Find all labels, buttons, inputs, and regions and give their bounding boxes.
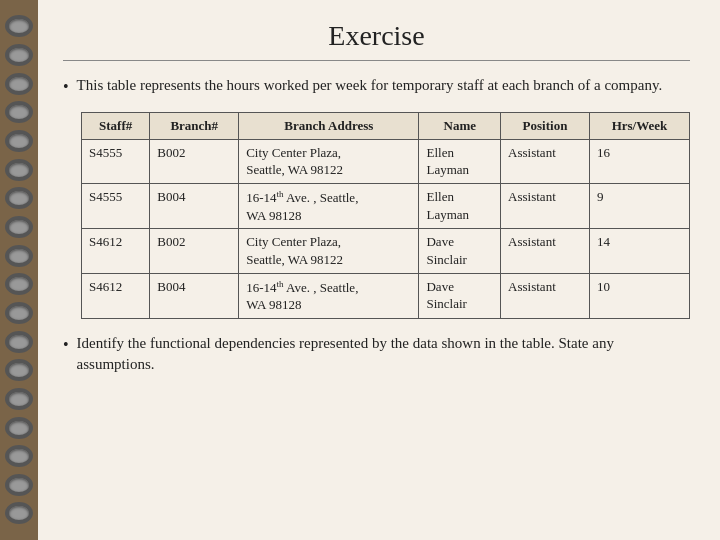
spiral-ring — [5, 388, 33, 410]
bullet-dot-1: • — [63, 76, 69, 98]
spiral-ring — [5, 474, 33, 496]
hours-table: Staff# Branch# Branch Address Name Posit… — [81, 112, 690, 319]
cell-address: 16-14th Ave. , Seattle,WA 98128 — [239, 273, 419, 318]
title-divider — [63, 60, 690, 61]
cell-staff: S4555 — [82, 184, 150, 229]
cell-branch: B004 — [150, 273, 239, 318]
col-header-hrs: Hrs/Week — [589, 113, 689, 140]
table-row: S4612 B004 16-14th Ave. , Seattle,WA 981… — [82, 273, 690, 318]
cell-name: EllenLayman — [419, 184, 501, 229]
spiral-ring — [5, 216, 33, 238]
col-header-name: Name — [419, 113, 501, 140]
cell-address: City Center Plaza,Seattle, WA 98122 — [239, 139, 419, 183]
col-header-address: Branch Address — [239, 113, 419, 140]
spiral-ring — [5, 15, 33, 37]
col-header-branch: Branch# — [150, 113, 239, 140]
cell-position: Assistant — [501, 229, 590, 273]
cell-hrs: 10 — [589, 273, 689, 318]
spiral-ring — [5, 187, 33, 209]
spiral-binding — [0, 0, 38, 540]
cell-position: Assistant — [501, 184, 590, 229]
bullet-2: • Identify the functional dependencies r… — [63, 333, 690, 375]
spiral-ring — [5, 101, 33, 123]
bullet-dot-2: • — [63, 334, 69, 356]
spiral-ring — [5, 44, 33, 66]
spiral-ring — [5, 331, 33, 353]
table-row: S4555 B004 16-14th Ave. , Seattle,WA 981… — [82, 184, 690, 229]
col-header-position: Position — [501, 113, 590, 140]
spiral-ring — [5, 245, 33, 267]
cell-name: DaveSinclair — [419, 229, 501, 273]
cell-name: DaveSinclair — [419, 273, 501, 318]
page: Exercise • This table represents the hou… — [38, 0, 720, 540]
cell-staff: S4612 — [82, 229, 150, 273]
spiral-ring — [5, 130, 33, 152]
cell-position: Assistant — [501, 139, 590, 183]
cell-position: Assistant — [501, 273, 590, 318]
cell-hrs: 9 — [589, 184, 689, 229]
bullet-2-text: Identify the functional dependencies rep… — [77, 333, 690, 375]
spiral-ring — [5, 417, 33, 439]
spiral-ring — [5, 359, 33, 381]
col-header-staff: Staff# — [82, 113, 150, 140]
spiral-ring — [5, 159, 33, 181]
bullet-1-text: This table represents the hours worked p… — [77, 75, 663, 96]
page-title: Exercise — [63, 20, 690, 52]
cell-address: 16-14th Ave. , Seattle,WA 98128 — [239, 184, 419, 229]
cell-hrs: 14 — [589, 229, 689, 273]
cell-staff: S4612 — [82, 273, 150, 318]
cell-branch: B002 — [150, 139, 239, 183]
spiral-ring — [5, 445, 33, 467]
cell-name: EllenLayman — [419, 139, 501, 183]
conclusion-section: • Identify the functional dependencies r… — [63, 333, 690, 375]
cell-hrs: 16 — [589, 139, 689, 183]
spiral-ring — [5, 302, 33, 324]
table-header-row: Staff# Branch# Branch Address Name Posit… — [82, 113, 690, 140]
cell-branch: B002 — [150, 229, 239, 273]
table-row: S4555 B002 City Center Plaza,Seattle, WA… — [82, 139, 690, 183]
cell-staff: S4555 — [82, 139, 150, 183]
intro-section: • This table represents the hours worked… — [63, 75, 690, 98]
data-table-container: Staff# Branch# Branch Address Name Posit… — [81, 112, 690, 319]
bullet-1: • This table represents the hours worked… — [63, 75, 690, 98]
cell-branch: B004 — [150, 184, 239, 229]
spiral-ring — [5, 273, 33, 295]
cell-address: City Center Plaza,Seattle, WA 98122 — [239, 229, 419, 273]
table-row: S4612 B002 City Center Plaza,Seattle, WA… — [82, 229, 690, 273]
spiral-ring — [5, 73, 33, 95]
spiral-ring — [5, 502, 33, 524]
